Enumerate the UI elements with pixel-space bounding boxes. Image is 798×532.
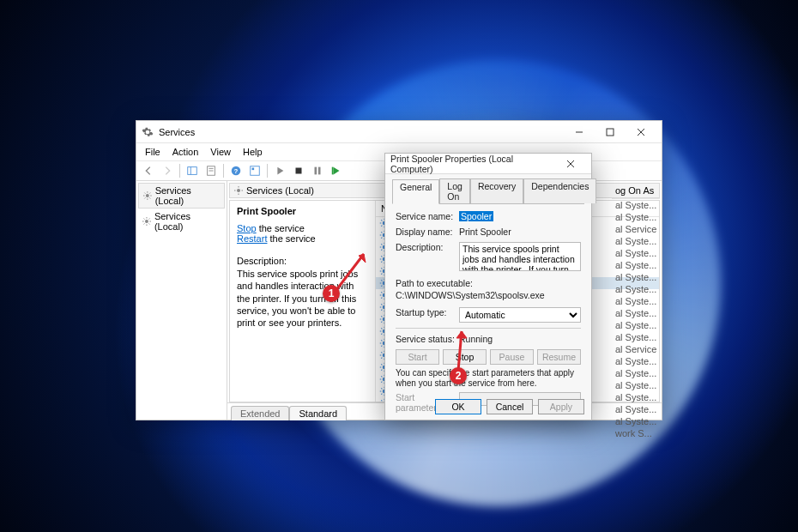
menu-file[interactable]: File [140,145,166,159]
label-display-name: Display name: [396,227,456,237]
svg-rect-12 [252,168,255,171]
value-display-name: Print Spooler [459,227,581,237]
value-path: C:\WINDOWS\System32\spoolsv.exe [396,290,581,300]
console-tree-pane: Services (Local) Services (Local) [136,181,227,420]
dialog-footer: OK Cancel Apply [435,399,584,414]
stop-service-link[interactable]: Stop [237,223,257,233]
label-service-name: Service name: [396,211,456,221]
logon-cell: al Syste... [612,307,660,319]
logon-cell: al Syste... [612,379,660,391]
pause-button[interactable] [309,162,326,179]
export-list-button[interactable] [203,162,220,179]
close-button[interactable] [626,121,656,143]
logon-cell: al Syste... [612,235,660,247]
selected-service-name: Print Spooler [237,206,368,216]
ok-button[interactable]: OK [435,399,481,414]
label-description: Description: [396,242,456,252]
tab-extended[interactable]: Extended [231,406,289,420]
logon-cell: al Service [612,343,660,355]
gear-icon [233,185,244,196]
logon-cell: al Syste... [612,415,660,427]
start-button: Start [396,349,439,365]
help-button[interactable]: ? [227,162,245,179]
logon-cell: al Syste... [612,367,660,379]
menu-action[interactable]: Action [167,145,204,159]
logon-cell: al Syste... [612,247,660,259]
logon-cell: work S... [612,427,660,439]
svg-rect-4 [188,167,197,175]
svg-point-17 [146,194,149,197]
dialog-body: Service name: Spooler Display name: Prin… [392,203,584,421]
minimize-button[interactable] [564,121,595,143]
svg-text:?: ? [234,167,239,175]
label-path: Path to executable: [396,278,581,288]
play-button[interactable] [271,162,288,179]
svg-point-19 [237,189,240,192]
svg-marker-45 [456,331,467,338]
logon-column: og On As al Syste...al Syste...al Servic… [612,183,660,439]
callout-1: 1 [323,285,340,302]
service-info-panel: Print Spooler Stop the service Restart t… [230,201,376,402]
logon-cell: al Syste... [612,271,660,283]
dialog-tabs: General Log On Recovery Dependencies [385,174,591,203]
start-params-hint: You can specify the start parameters tha… [396,368,581,389]
tab-dependencies[interactable]: Dependencies [523,178,596,203]
svg-rect-15 [318,167,321,175]
dialog-title: Print Spooler Properties (Local Computer… [390,154,555,174]
logon-cell: al Syste... [612,331,660,343]
tab-standard[interactable]: Standard [289,406,347,420]
tree-item-services-local[interactable]: Services (Local) [138,209,225,234]
svg-point-18 [145,220,148,223]
menu-help[interactable]: Help [238,145,268,159]
cancel-button[interactable]: Cancel [487,399,533,414]
logon-cell: al Syste... [612,319,660,331]
logon-cell: al Syste... [612,211,660,223]
maximize-button[interactable] [595,121,626,143]
tab-recovery[interactable]: Recovery [470,178,523,203]
logon-cell: al Syste... [612,355,660,367]
restart-service-link[interactable]: Restart [237,233,267,244]
gear-icon [142,190,153,201]
dialog-titlebar[interactable]: Print Spooler Properties (Local Computer… [385,154,591,174]
apply-button: Apply [538,399,584,414]
logon-cell: al Syste... [612,403,660,415]
logon-cell: al Syste... [612,199,660,211]
logon-cell: al Syste... [612,295,660,307]
label-startup: Startup type: [396,307,456,317]
pause-button: Pause [490,349,534,365]
menu-view[interactable]: View [205,145,236,159]
show-hide-tree-button[interactable] [184,162,201,179]
refresh-button[interactable] [246,162,263,179]
services-title: Services [159,127,564,137]
callout-2: 2 [450,367,467,384]
services-app-icon [142,126,154,138]
resume-button: Resume [537,349,581,365]
gear-icon [142,216,152,227]
stop-button[interactable] [290,162,307,179]
column-logon[interactable]: og On As [612,183,660,199]
svg-rect-11 [251,166,260,176]
svg-line-42 [336,254,364,290]
services-titlebar[interactable]: Services [136,121,662,143]
value-description[interactable] [459,242,581,271]
tab-general[interactable]: General [392,179,439,204]
forward-button[interactable] [159,162,176,179]
svg-rect-13 [296,168,302,174]
logon-cell: al Syste... [612,259,660,271]
svg-rect-1 [607,129,614,136]
logon-cell: al Service [612,223,660,235]
startup-type-select[interactable]: Automatic [459,307,581,323]
svg-rect-16 [332,167,334,175]
restart-button[interactable] [328,162,345,179]
logon-cell: al Syste... [612,391,660,403]
tree-header: Services (Local) [138,183,225,209]
back-button[interactable] [140,162,157,179]
tab-logon[interactable]: Log On [439,178,470,203]
svg-rect-14 [315,167,317,175]
properties-dialog: Print Spooler Properties (Local Computer… [384,153,592,420]
dialog-close-button[interactable] [555,153,586,175]
logon-cell: al Syste... [612,283,660,295]
value-service-name[interactable]: Spooler [459,211,493,221]
